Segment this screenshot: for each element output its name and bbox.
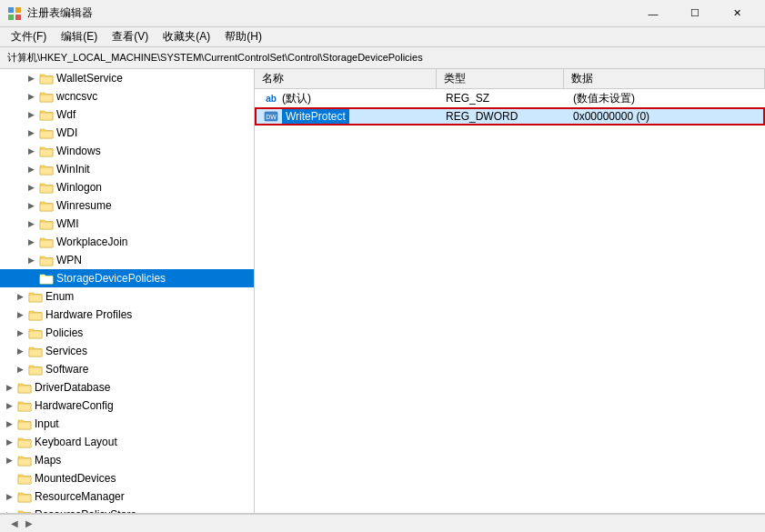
tree-item-wdi[interactable]: ▶ WDI (0, 124, 254, 142)
folder-icon (39, 235, 54, 249)
tree-label: WorkplaceJoin (56, 236, 127, 248)
expand-icon[interactable]: ▶ (25, 218, 36, 229)
folder-icon (39, 216, 54, 231)
tree-item-maps[interactable]: ▶ Maps (0, 451, 254, 469)
expand-icon[interactable]: ▶ (25, 146, 36, 156)
close-button[interactable]: ✕ (716, 0, 758, 27)
tree-label: Keyboard Layout (35, 436, 117, 448)
tree-item-winlogon[interactable]: ▶ Winlogon (0, 178, 254, 196)
expand-icon[interactable]: ▶ (4, 491, 15, 502)
table-row-writeprotect[interactable]: DW WriteProtect REG_DWORD 0x00000000 (0) (255, 107, 765, 125)
expand-icon[interactable]: ▶ (4, 437, 15, 447)
folder-icon (39, 71, 54, 85)
tree-item-workplacejoin[interactable]: ▶ WorkplaceJoin (0, 233, 254, 251)
tree-label: ResourceManager (35, 490, 125, 503)
expand-icon[interactable]: ▶ (25, 73, 36, 84)
tree-item-wininit[interactable]: ▶ WinInit (0, 160, 254, 178)
tree-item-windows[interactable]: ▶ Windows (0, 142, 254, 160)
expand-icon[interactable]: ▶ (25, 200, 36, 211)
tree-item-hardwareprofiles[interactable]: ▶ Hardware Profiles (0, 306, 254, 324)
app-title: 注册表编辑器 (27, 5, 93, 21)
folder-icon (39, 198, 54, 213)
title-bar-left: 注册表编辑器 (7, 5, 93, 21)
expand-icon[interactable]: ▶ (25, 164, 36, 175)
tree-item-keyboardlayout[interactable]: ▶ Keyboard Layout (0, 433, 254, 451)
menu-bar: 文件(F) 编辑(E) 查看(V) 收藏夹(A) 帮助(H) (0, 27, 765, 47)
tree-item-winresume[interactable]: ▶ Winresume (0, 196, 254, 215)
cell-type-writeprotect: REG_DWORD (438, 109, 566, 124)
tree-item-policies[interactable]: ▶ Policies (0, 324, 254, 342)
minimize-button[interactable]: — (632, 0, 674, 27)
svg-rect-2 (8, 15, 14, 20)
app-icon (7, 6, 22, 21)
expand-icon[interactable]: ▶ (4, 418, 15, 429)
tree-item-input[interactable]: ▶ Input (0, 415, 254, 433)
folder-icon (39, 144, 54, 158)
expand-icon[interactable]: ▶ (4, 455, 15, 466)
tree-item-wdf[interactable]: ▶ Wdf (0, 105, 254, 124)
expand-icon[interactable]: ▶ (15, 364, 25, 375)
cell-name-default: ab (默认) (257, 91, 438, 105)
expand-icon[interactable]: ▶ (4, 382, 15, 393)
tree-item-software[interactable]: ▶ Software (0, 360, 254, 378)
right-panel: 名称 类型 数据 ab (默认) REG_SZ (数值未设置) (255, 69, 765, 513)
col-header-name[interactable]: 名称 (255, 69, 437, 88)
expand-icon[interactable]: ▶ (15, 346, 25, 356)
expand-icon[interactable]: ▶ (25, 91, 36, 102)
menu-view[interactable]: 查看(V) (105, 27, 156, 46)
tree-item-mounteddevices[interactable]: MountedDevices (0, 469, 254, 487)
expand-icon[interactable]: ▶ (25, 255, 36, 266)
reg-dword-icon: DW (264, 110, 278, 123)
menu-help[interactable]: 帮助(H) (217, 27, 269, 46)
tree-item-wpn[interactable]: ▶ WPN (0, 251, 254, 269)
menu-edit[interactable]: 编辑(E) (54, 27, 105, 46)
table-header: 名称 类型 数据 (255, 69, 765, 89)
tree-item-wmi[interactable]: ▶ WMI (0, 215, 254, 233)
expand-icon[interactable]: ▶ (25, 109, 36, 120)
tree-item-resourcepolicystore[interactable]: ▶ ResourcePolicyStore (0, 506, 254, 513)
row-data-writeprotect: 0x00000000 (0) (573, 110, 649, 123)
main-content: ▶ WalletService ▶ wcncsvc ▶ (0, 69, 765, 514)
tree-item-driverdatabase[interactable]: ▶ DriverDatabase (0, 378, 254, 396)
table-row[interactable]: ab (默认) REG_SZ (数值未设置) (255, 89, 765, 107)
expand-icon[interactable]: ▶ (25, 182, 36, 193)
tree-item-hardwareconfig[interactable]: ▶ HardwareConfig (0, 396, 254, 415)
reg-sz-icon: ab (264, 92, 278, 105)
tree-label: Wdf (56, 108, 75, 121)
tree-label: WDI (56, 126, 77, 139)
col-header-type[interactable]: 类型 (437, 69, 564, 88)
expand-icon[interactable]: ▶ (4, 400, 15, 411)
tree-item-wcncsvc[interactable]: ▶ wcncsvc (0, 87, 254, 105)
tree-item-resourcemanager[interactable]: ▶ ResourceManager (0, 487, 254, 506)
tree-label: DriverDatabase (35, 381, 110, 394)
table-body: ab (默认) REG_SZ (数值未设置) DW (255, 89, 765, 513)
folder-icon (39, 89, 54, 104)
folder-icon (39, 162, 54, 176)
tree-panel[interactable]: ▶ WalletService ▶ wcncsvc ▶ (0, 69, 255, 513)
tree-item-services[interactable]: ▶ Services (0, 342, 254, 360)
tree-item-enum[interactable]: ▶ Enum (0, 287, 254, 306)
folder-icon (17, 398, 32, 413)
tree-item-storagedevicepolicies[interactable]: StorageDevicePolicies (0, 269, 254, 287)
expand-icon[interactable]: ▶ (4, 509, 15, 513)
expand-icon[interactable]: ▶ (25, 236, 36, 247)
menu-favorites[interactable]: 收藏夹(A) (156, 27, 217, 46)
cell-data-default: (数值未设置) (566, 91, 763, 105)
tree-item-walletservice[interactable]: ▶ WalletService (0, 69, 254, 87)
expand-icon[interactable]: ▶ (15, 291, 25, 302)
svg-rect-3 (15, 15, 21, 20)
expand-icon[interactable]: ▶ (15, 309, 25, 320)
scroll-right-button[interactable]: ▶ (22, 517, 36, 531)
maximize-button[interactable]: ☐ (674, 0, 716, 27)
row-type-default: REG_SZ (446, 92, 489, 105)
scroll-left-button[interactable]: ◀ (7, 517, 22, 531)
folder-icon (39, 125, 54, 140)
expand-icon[interactable]: ▶ (25, 127, 36, 138)
menu-file[interactable]: 文件(F) (4, 27, 54, 46)
col-header-data[interactable]: 数据 (564, 69, 765, 88)
row-type-writeprotect: REG_DWORD (446, 110, 518, 123)
expand-icon[interactable]: ▶ (15, 327, 25, 338)
folder-icon (17, 453, 32, 467)
tree-label: Enum (45, 290, 74, 303)
svg-rect-1 (15, 7, 21, 13)
